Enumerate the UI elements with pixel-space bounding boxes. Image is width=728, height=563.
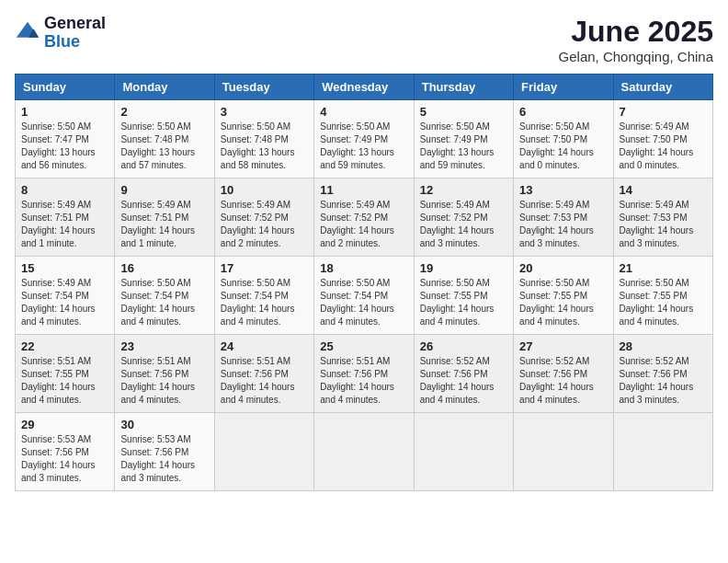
table-row	[414, 413, 513, 491]
day-number: 15	[21, 261, 108, 275]
day-number: 12	[420, 183, 507, 197]
table-row: 16 Sunrise: 5:50 AMSunset: 7:54 PMDaylig…	[115, 257, 214, 335]
day-number: 26	[420, 339, 507, 353]
day-detail: Sunrise: 5:49 AMSunset: 7:52 PMDaylight:…	[320, 200, 394, 248]
day-detail: Sunrise: 5:49 AMSunset: 7:53 PMDaylight:…	[620, 200, 694, 248]
day-detail: Sunrise: 5:52 AMSunset: 7:56 PMDaylight:…	[620, 356, 694, 405]
table-row: 10 Sunrise: 5:49 AMSunset: 7:52 PMDaylig…	[214, 178, 313, 257]
calendar-table: Sunday Monday Tuesday Wednesday Thursday…	[15, 74, 713, 491]
day-number: 23	[120, 339, 208, 353]
table-row: 11 Sunrise: 5:49 AMSunset: 7:52 PMDaylig…	[314, 178, 414, 257]
day-number: 1	[21, 105, 108, 119]
day-number: 3	[221, 105, 308, 119]
day-number: 21	[620, 261, 707, 275]
header-wednesday: Wednesday	[314, 75, 414, 100]
day-detail: Sunrise: 5:50 AMSunset: 7:49 PMDaylight:…	[320, 121, 394, 170]
table-row: 2 Sunrise: 5:50 AMSunset: 7:48 PMDayligh…	[115, 100, 214, 178]
day-detail: Sunrise: 5:49 AMSunset: 7:51 PMDaylight:…	[21, 200, 96, 248]
header-tuesday: Tuesday	[214, 75, 313, 100]
day-detail: Sunrise: 5:50 AMSunset: 7:48 PMDaylight:…	[221, 121, 295, 170]
day-detail: Sunrise: 5:51 AMSunset: 7:55 PMDaylight:…	[21, 356, 96, 405]
day-detail: Sunrise: 5:53 AMSunset: 7:56 PMDaylight:…	[21, 434, 96, 483]
table-row: 15 Sunrise: 5:49 AMSunset: 7:54 PMDaylig…	[16, 257, 115, 335]
day-number: 24	[221, 339, 308, 353]
table-row: 4 Sunrise: 5:50 AMSunset: 7:49 PMDayligh…	[314, 100, 414, 178]
header-monday: Monday	[115, 75, 214, 100]
day-detail: Sunrise: 5:49 AMSunset: 7:53 PMDaylight:…	[519, 200, 594, 248]
table-row: 22 Sunrise: 5:51 AMSunset: 7:55 PMDaylig…	[16, 335, 115, 413]
location: Gelan, Chongqing, China	[559, 49, 713, 64]
table-row	[613, 413, 712, 491]
header-thursday: Thursday	[414, 75, 513, 100]
day-number: 5	[420, 105, 507, 119]
day-number: 16	[120, 261, 208, 275]
day-number: 19	[420, 261, 507, 275]
day-number: 30	[120, 418, 208, 431]
day-detail: Sunrise: 5:53 AMSunset: 7:56 PMDaylight:…	[120, 434, 195, 483]
day-detail: Sunrise: 5:50 AMSunset: 7:54 PMDaylight:…	[320, 278, 394, 327]
calendar-week-row: 15 Sunrise: 5:49 AMSunset: 7:54 PMDaylig…	[16, 257, 713, 335]
day-number: 4	[320, 105, 407, 119]
table-row: 25 Sunrise: 5:51 AMSunset: 7:56 PMDaylig…	[314, 335, 414, 413]
day-detail: Sunrise: 5:52 AMSunset: 7:56 PMDaylight:…	[420, 356, 495, 405]
table-row: 27 Sunrise: 5:52 AMSunset: 7:56 PMDaylig…	[514, 335, 613, 413]
table-row: 9 Sunrise: 5:49 AMSunset: 7:51 PMDayligh…	[115, 178, 214, 257]
table-row: 28 Sunrise: 5:52 AMSunset: 7:56 PMDaylig…	[613, 335, 712, 413]
weekday-header-row: Sunday Monday Tuesday Wednesday Thursday…	[16, 75, 713, 100]
calendar-week-row: 29 Sunrise: 5:53 AMSunset: 7:56 PMDaylig…	[16, 413, 713, 491]
table-row: 17 Sunrise: 5:50 AMSunset: 7:54 PMDaylig…	[214, 257, 313, 335]
table-row: 21 Sunrise: 5:50 AMSunset: 7:55 PMDaylig…	[613, 257, 712, 335]
table-row: 1 Sunrise: 5:50 AMSunset: 7:47 PMDayligh…	[16, 100, 115, 178]
day-number: 29	[21, 418, 108, 431]
day-number: 28	[620, 339, 707, 353]
day-number: 2	[120, 105, 208, 119]
day-detail: Sunrise: 5:49 AMSunset: 7:50 PMDaylight:…	[620, 121, 694, 170]
day-detail: Sunrise: 5:52 AMSunset: 7:56 PMDaylight:…	[519, 356, 594, 405]
header-friday: Friday	[514, 75, 613, 100]
day-number: 7	[620, 105, 707, 119]
day-detail: Sunrise: 5:50 AMSunset: 7:55 PMDaylight:…	[519, 278, 594, 327]
day-detail: Sunrise: 5:51 AMSunset: 7:56 PMDaylight:…	[120, 356, 195, 405]
day-detail: Sunrise: 5:49 AMSunset: 7:54 PMDaylight:…	[21, 278, 96, 327]
table-row: 26 Sunrise: 5:52 AMSunset: 7:56 PMDaylig…	[414, 335, 513, 413]
day-detail: Sunrise: 5:50 AMSunset: 7:54 PMDaylight:…	[120, 278, 195, 327]
day-detail: Sunrise: 5:49 AMSunset: 7:52 PMDaylight:…	[221, 200, 295, 248]
table-row: 18 Sunrise: 5:50 AMSunset: 7:54 PMDaylig…	[314, 257, 414, 335]
table-row: 13 Sunrise: 5:49 AMSunset: 7:53 PMDaylig…	[514, 178, 613, 257]
day-detail: Sunrise: 5:49 AMSunset: 7:52 PMDaylight:…	[420, 200, 495, 248]
logo-icon	[15, 20, 40, 46]
day-number: 13	[519, 183, 607, 197]
day-number: 20	[519, 261, 607, 275]
day-detail: Sunrise: 5:50 AMSunset: 7:55 PMDaylight:…	[620, 278, 694, 327]
table-row: 24 Sunrise: 5:51 AMSunset: 7:56 PMDaylig…	[214, 335, 313, 413]
day-number: 6	[519, 105, 607, 119]
table-row: 3 Sunrise: 5:50 AMSunset: 7:48 PMDayligh…	[214, 100, 313, 178]
day-detail: Sunrise: 5:50 AMSunset: 7:50 PMDaylight:…	[519, 121, 594, 170]
table-row: 30 Sunrise: 5:53 AMSunset: 7:56 PMDaylig…	[115, 413, 214, 491]
logo-general-text: General	[44, 15, 106, 33]
table-row	[214, 413, 313, 491]
table-row: 12 Sunrise: 5:49 AMSunset: 7:52 PMDaylig…	[414, 178, 513, 257]
table-row: 5 Sunrise: 5:50 AMSunset: 7:49 PMDayligh…	[414, 100, 513, 178]
day-number: 14	[620, 183, 707, 197]
day-number: 17	[221, 261, 308, 275]
logo: General Blue	[15, 15, 106, 52]
day-number: 9	[120, 183, 208, 197]
header-sunday: Sunday	[16, 75, 115, 100]
table-row: 20 Sunrise: 5:50 AMSunset: 7:55 PMDaylig…	[514, 257, 613, 335]
table-row: 6 Sunrise: 5:50 AMSunset: 7:50 PMDayligh…	[514, 100, 613, 178]
day-number: 25	[320, 339, 407, 353]
day-detail: Sunrise: 5:51 AMSunset: 7:56 PMDaylight:…	[320, 356, 394, 405]
day-number: 27	[519, 339, 607, 353]
table-row: 7 Sunrise: 5:49 AMSunset: 7:50 PMDayligh…	[613, 100, 712, 178]
table-row: 19 Sunrise: 5:50 AMSunset: 7:55 PMDaylig…	[414, 257, 513, 335]
calendar-week-row: 1 Sunrise: 5:50 AMSunset: 7:47 PMDayligh…	[16, 100, 713, 178]
day-number: 18	[320, 261, 407, 275]
day-detail: Sunrise: 5:50 AMSunset: 7:54 PMDaylight:…	[221, 278, 295, 327]
day-number: 11	[320, 183, 407, 197]
table-row	[514, 413, 613, 491]
header: General Blue June 2025 Gelan, Chongqing,…	[15, 15, 713, 64]
table-row: 23 Sunrise: 5:51 AMSunset: 7:56 PMDaylig…	[115, 335, 214, 413]
table-row	[314, 413, 414, 491]
calendar-week-row: 8 Sunrise: 5:49 AMSunset: 7:51 PMDayligh…	[16, 178, 713, 257]
